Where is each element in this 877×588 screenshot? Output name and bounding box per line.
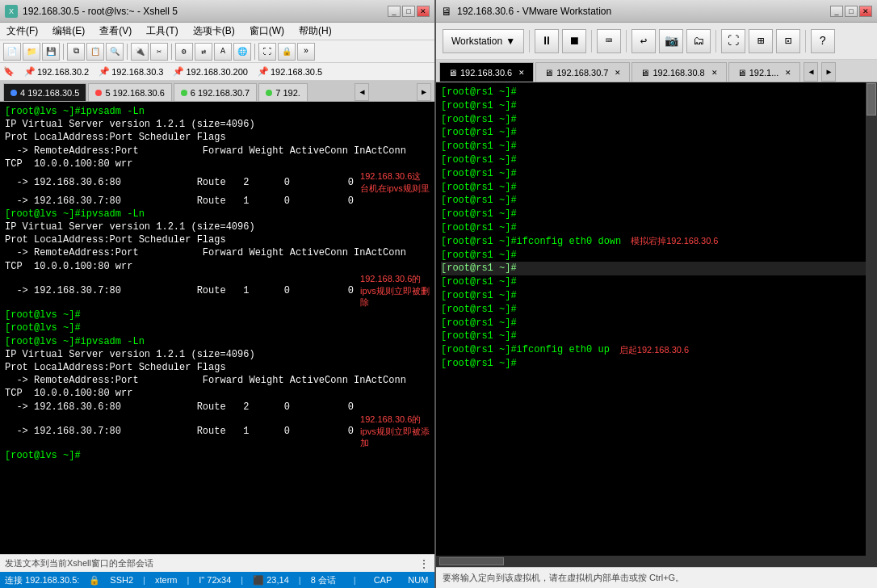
settings-btn[interactable]: ⚙ xyxy=(175,43,193,61)
status-pos: ⬛ 23,14 xyxy=(253,575,289,586)
snapshot-mgr-button[interactable]: 🗂 xyxy=(686,29,711,53)
vm-tab-nav-left[interactable]: ◀ xyxy=(804,62,818,82)
vm-tab-2[interactable]: 🖥 192.168.30.7 ✕ xyxy=(535,62,630,82)
open-btn[interactable]: 📁 xyxy=(23,43,40,61)
bookmark-3[interactable]: 📌 192.168.30.200 xyxy=(173,66,247,77)
sep1 xyxy=(63,44,64,60)
close-button[interactable]: ✕ xyxy=(417,6,430,17)
tab-1[interactable]: 4 192.168.30.5 xyxy=(3,83,86,101)
status-sep6: | xyxy=(354,575,356,585)
find-btn[interactable]: 🔍 xyxy=(106,43,124,61)
disconnect-btn[interactable]: ✂ xyxy=(150,43,168,61)
menu-edit[interactable]: 编辑(E) xyxy=(49,23,88,39)
term-line: Prot LocalAddress:Port Scheduler Flags xyxy=(5,233,430,246)
vm-tab-close-1[interactable]: ✕ xyxy=(518,69,525,77)
menu-file[interactable]: 文件(F) xyxy=(3,23,41,39)
expand-btn[interactable]: ⛶ xyxy=(258,43,276,61)
vm-term-row-down: [root@rs1 ~]#ifconfig eth0 down 模拟宕掉192.… xyxy=(441,235,872,249)
vmware-close[interactable]: ✕ xyxy=(859,6,872,17)
vm-tab-3[interactable]: 🖥 192.168.30.8 ✕ xyxy=(632,62,726,82)
workstation-home-button[interactable]: Workstation ▼ xyxy=(443,29,524,53)
vm-term-line: [root@rs1 ~]# xyxy=(441,289,872,303)
tab-2[interactable]: 5 192.168.30.6 xyxy=(88,83,171,101)
send-key-button[interactable]: ⌨ xyxy=(597,29,621,53)
global-btn[interactable]: 🌐 xyxy=(233,43,251,61)
bookmark-1[interactable]: 📌 192.168.30.2 xyxy=(24,66,89,77)
revert-button[interactable]: ↩ xyxy=(632,29,656,53)
vmware-maximize[interactable]: □ xyxy=(845,6,858,17)
vm-tab-icon-1: 🖥 xyxy=(448,68,457,78)
term-line: -> 192.168.30.6:80 Route 2 0 0 xyxy=(5,401,430,414)
new-btn[interactable]: 📄 xyxy=(3,43,21,61)
view-button[interactable]: ⊞ xyxy=(749,29,773,53)
vm-tab-4[interactable]: 🖥 192.1... ✕ xyxy=(728,62,801,82)
term-line: TCP 10.0.0.100:80 wrr xyxy=(5,260,430,273)
toolbar-sep5 xyxy=(805,30,806,52)
transfer-btn[interactable]: ⇄ xyxy=(195,43,212,61)
term-line: -> 192.168.30.7:80 Route 1 0 0 xyxy=(5,195,430,208)
tab-nav-left[interactable]: ◀ xyxy=(355,83,369,101)
vm-term-line: [root@rs1 ~]# xyxy=(441,208,872,221)
term-line: [root@lvs ~]#ipvsadm -Ln xyxy=(5,208,430,220)
menu-view[interactable]: 查看(V) xyxy=(96,23,135,39)
connect-btn[interactable]: 🔌 xyxy=(131,43,149,61)
vmware-scrollbar-thumb[interactable] xyxy=(867,83,876,116)
more-btn[interactable]: » xyxy=(297,43,315,61)
term-line: [root@lvs ~]# xyxy=(5,449,430,462)
vm-tab-close-4[interactable]: ✕ xyxy=(785,69,791,77)
tab-label-3: 6 192.168.30.7 xyxy=(191,88,250,98)
xshell-tabs: 4 192.168.30.5 5 192.168.30.6 6 192.168.… xyxy=(0,81,434,102)
term-line: [root@lvs ~]#ipvsadm -Ln xyxy=(5,335,430,348)
bookmark-2[interactable]: 📌 192.168.30.3 xyxy=(99,66,163,77)
font-btn[interactable]: A xyxy=(214,43,232,61)
lock-btn[interactable]: 🔒 xyxy=(278,43,296,61)
term-row-14: -> 192.168.30.7:80 Route 1 0 0 192.168.3… xyxy=(5,273,430,309)
minimize-button[interactable]: _ xyxy=(388,6,401,17)
status-connection: 连接 192.168.30.5: xyxy=(5,574,79,586)
bookmark-4[interactable]: 📌 192.168.30.5 xyxy=(258,66,322,77)
menu-tab[interactable]: 选项卡(B) xyxy=(190,23,238,39)
menu-help[interactable]: 帮助(H) xyxy=(296,23,335,39)
vm-tab-close-2[interactable]: ✕ xyxy=(615,69,621,77)
fullscreen-button[interactable]: ⛶ xyxy=(721,29,745,53)
vm-annotation-1: 模拟宕掉192.168.30.6 xyxy=(631,235,718,247)
vm-term-line: [root@rs1 ~]# xyxy=(441,303,872,317)
tab-4[interactable]: 7 192. xyxy=(258,83,308,101)
tab-3[interactable]: 6 192.168.30.7 xyxy=(174,83,257,101)
vm-term-line: [root@rs1 ~]# xyxy=(441,99,872,113)
paste-btn[interactable]: 📋 xyxy=(86,43,104,61)
vm-term-line: [root@rs1 ~]# xyxy=(441,181,872,195)
vmware-terminal[interactable]: [root@rs1 ~]# [root@rs1 ~]# [root@rs1 ~]… xyxy=(436,82,877,556)
tab-nav-right[interactable]: ▶ xyxy=(417,83,431,101)
vm-tab-1[interactable]: 🖥 192.168.30.6 ✕ xyxy=(439,62,534,82)
snapshot-button[interactable]: 📷 xyxy=(659,29,683,53)
sep3 xyxy=(171,44,172,60)
term-line: [root@lvs ~]#ipvsadm -Ln xyxy=(5,105,430,118)
vm-tab-nav-right[interactable]: ▶ xyxy=(821,62,836,82)
tab-label-4: 7 192. xyxy=(275,88,300,98)
status-sep1: 🔒 xyxy=(89,575,100,586)
unity-button[interactable]: ⊡ xyxy=(776,29,800,53)
term-line: IP Virtual Server version 1.2.1 (size=40… xyxy=(5,348,430,361)
vm-tab-close-3[interactable]: ✕ xyxy=(711,69,718,77)
tab-label-2: 5 192.168.30.6 xyxy=(105,88,164,98)
xshell-terminal[interactable]: [root@lvs ~]#ipvsadm -Ln IP Virtual Serv… xyxy=(0,102,434,554)
maximize-button[interactable]: □ xyxy=(402,6,415,17)
term-line: -> 192.168.30.7:80 Route 1 0 0 xyxy=(5,284,354,297)
help-button[interactable]: ? xyxy=(811,29,835,53)
pause-button[interactable]: ⏸ xyxy=(535,29,559,53)
xshell-panel: X 192.168.30.5 - root@lvs:~ - Xshell 5 _… xyxy=(0,0,436,588)
menu-tools[interactable]: 工具(T) xyxy=(143,23,181,39)
footer-expand-icon[interactable]: ⋮ xyxy=(418,557,430,570)
save-btn[interactable]: 💾 xyxy=(42,43,60,61)
vmware-title: 192.168.30.6 - VMware Workstation xyxy=(457,6,829,17)
vm-tab-icon-2: 🖥 xyxy=(544,68,553,78)
menu-window[interactable]: 窗口(W) xyxy=(246,23,287,39)
vmware-scrollbar[interactable] xyxy=(866,82,877,556)
vmware-footer-text: 要将输入定向到该虚拟机，请在虚拟机内部单击或按 Ctrl+G。 xyxy=(443,572,684,584)
stop-button[interactable]: ⏹ xyxy=(562,29,586,53)
vmware-hscroll-thumb[interactable] xyxy=(439,557,504,565)
copy-btn[interactable]: ⧉ xyxy=(67,43,85,61)
vmware-minimize[interactable]: _ xyxy=(830,6,843,17)
vmware-panel: 🖥 192.168.30.6 - VMware Workstation _ □ … xyxy=(436,0,877,588)
